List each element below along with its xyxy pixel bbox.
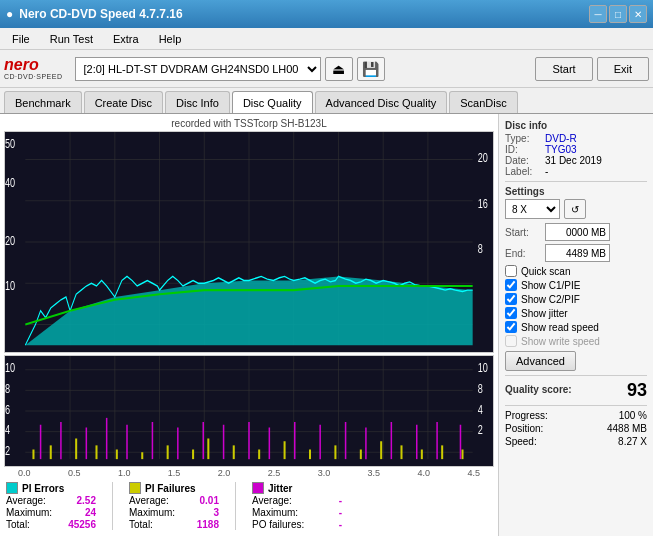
disc-type: DVD-R: [545, 133, 577, 144]
position-value: 4488 MB: [607, 423, 647, 434]
speed-label: Speed:: [505, 436, 537, 447]
pi-failures-max: 3: [213, 507, 219, 518]
title-bar: ● Nero CD-DVD Speed 4.7.7.16 ─ □ ✕: [0, 0, 653, 28]
svg-text:8: 8: [5, 382, 10, 396]
pi-errors-label: PI Errors: [22, 483, 64, 494]
main-content: recorded with TSSTcorp SH-B123L: [0, 114, 653, 536]
svg-text:8: 8: [478, 382, 483, 396]
chart-title: recorded with TSSTcorp SH-B123L: [4, 118, 494, 129]
quick-scan-label[interactable]: Quick scan: [521, 266, 570, 277]
tabs: Benchmark Create Disc Disc Info Disc Qua…: [0, 88, 653, 114]
top-x-axis: 0.0 0.5 1.0 1.5 2.0 2.5 3.0 3.5 4.0 4.5: [4, 468, 494, 478]
settings-refresh-button[interactable]: ↺: [564, 199, 586, 219]
start-button[interactable]: Start: [535, 57, 592, 81]
menu-bar: File Run Test Extra Help: [0, 28, 653, 50]
app-title: Nero CD-DVD Speed 4.7.7.16: [19, 7, 182, 21]
pi-failures-total: 1188: [197, 519, 219, 530]
svg-text:20: 20: [5, 233, 15, 247]
toolbar: nero CD·DVD·SPEED [2:0] HL-DT-ST DVDRAM …: [0, 50, 653, 88]
speed-select[interactable]: 8 X 4 X 2 X 1 X Max: [505, 199, 560, 219]
svg-text:4: 4: [478, 402, 483, 416]
show-c1-pie-label[interactable]: Show C1/PIE: [521, 280, 580, 291]
show-write-speed-checkbox[interactable]: [505, 335, 517, 347]
progress-label: Progress:: [505, 410, 548, 421]
tab-disc-quality[interactable]: Disc Quality: [232, 91, 313, 113]
menu-file[interactable]: File: [4, 31, 38, 47]
disc-info-section: Disc info Type: DVD-R ID: TYG03 Date: 31…: [505, 120, 647, 177]
show-read-speed-checkbox[interactable]: [505, 321, 517, 333]
pi-errors-total: 45256: [68, 519, 96, 530]
svg-text:10: 10: [5, 361, 15, 375]
svg-text:8: 8: [478, 242, 483, 256]
save-button[interactable]: 💾: [357, 57, 385, 81]
svg-text:4: 4: [5, 423, 10, 437]
tab-disc-info[interactable]: Disc Info: [165, 91, 230, 113]
show-jitter-label[interactable]: Show jitter: [521, 308, 568, 319]
speed-value: 8.27 X: [618, 436, 647, 447]
eject-button[interactable]: ⏏: [325, 57, 353, 81]
show-jitter-checkbox[interactable]: [505, 307, 517, 319]
logo-nero: nero: [4, 57, 39, 73]
pi-failures-avg: 0.01: [200, 495, 219, 506]
jitter-max: -: [339, 507, 342, 518]
disc-date: 31 Dec 2019: [545, 155, 602, 166]
progress-value: 100 %: [619, 410, 647, 421]
maximize-button[interactable]: □: [609, 5, 627, 23]
start-field[interactable]: [545, 223, 610, 241]
settings-title: Settings: [505, 186, 647, 197]
advanced-button[interactable]: Advanced: [505, 351, 576, 371]
chart-area: recorded with TSSTcorp SH-B123L: [0, 114, 498, 536]
logo: nero CD·DVD·SPEED: [4, 57, 63, 80]
progress-section: Progress: 100 % Position: 4488 MB Speed:…: [505, 405, 647, 449]
tab-advanced-disc-quality[interactable]: Advanced Disc Quality: [315, 91, 448, 113]
show-c2-pif-label[interactable]: Show C2/PIF: [521, 294, 580, 305]
svg-text:16: 16: [478, 196, 488, 210]
svg-text:10: 10: [5, 279, 15, 293]
svg-text:2: 2: [5, 444, 10, 458]
legend-pi-failures: PI Failures Average: 0.01 Maximum: 3 Tot…: [129, 482, 219, 530]
app-icon: ●: [6, 7, 13, 21]
tab-create-disc[interactable]: Create Disc: [84, 91, 163, 113]
bottom-chart: 10 8 4 2 10 8 6 4 2: [4, 355, 494, 467]
legend-jitter: Jitter Average: - Maximum: - PO failures…: [252, 482, 342, 530]
minimize-button[interactable]: ─: [589, 5, 607, 23]
tab-scandisc[interactable]: ScanDisc: [449, 91, 517, 113]
svg-text:40: 40: [5, 176, 15, 190]
title-bar-left: ● Nero CD-DVD Speed 4.7.7.16: [6, 7, 183, 21]
disc-label: -: [545, 166, 548, 177]
po-failures-label: PO failures:: [252, 519, 304, 530]
charts-container: 20 16 8 50 40 20 10: [4, 131, 494, 467]
disc-id: TYG03: [545, 144, 577, 155]
position-label: Position:: [505, 423, 543, 434]
jitter-label: Jitter: [268, 483, 292, 494]
show-read-speed-label[interactable]: Show read speed: [521, 322, 599, 333]
quick-scan-checkbox[interactable]: [505, 265, 517, 277]
exit-button[interactable]: Exit: [597, 57, 649, 81]
jitter-color: [252, 482, 264, 494]
disc-info-title: Disc info: [505, 120, 647, 131]
legend: PI Errors Average: 2.52 Maximum: 24 Tota…: [4, 478, 494, 532]
close-button[interactable]: ✕: [629, 5, 647, 23]
jitter-avg: -: [339, 495, 342, 506]
quality-label: Quality score:: [505, 384, 572, 395]
pi-failures-color: [129, 482, 141, 494]
end-field[interactable]: [545, 244, 610, 262]
tab-benchmark[interactable]: Benchmark: [4, 91, 82, 113]
drive-select[interactable]: [2:0] HL-DT-ST DVDRAM GH24NSD0 LH00: [75, 57, 321, 81]
show-c1-pie-checkbox[interactable]: [505, 279, 517, 291]
svg-text:50: 50: [5, 137, 15, 151]
show-write-speed-label: Show write speed: [521, 336, 600, 347]
menu-extra[interactable]: Extra: [105, 31, 147, 47]
quality-section: Quality score: 93: [505, 375, 647, 401]
title-bar-controls: ─ □ ✕: [589, 5, 647, 23]
settings-section: Settings 8 X 4 X 2 X 1 X Max ↺ Start: En…: [505, 181, 647, 371]
menu-help[interactable]: Help: [151, 31, 190, 47]
svg-text:2: 2: [478, 423, 483, 437]
show-c2-pif-checkbox[interactable]: [505, 293, 517, 305]
po-failures-value: -: [339, 519, 342, 530]
svg-text:10: 10: [478, 361, 488, 375]
menu-run-test[interactable]: Run Test: [42, 31, 101, 47]
svg-text:6: 6: [5, 402, 10, 416]
quality-score: 93: [627, 380, 647, 401]
quick-scan-row: Quick scan: [505, 265, 647, 277]
